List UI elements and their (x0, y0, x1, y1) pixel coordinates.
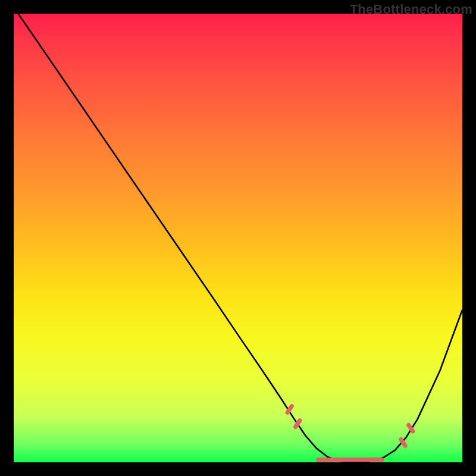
plot-area (14, 14, 462, 462)
watermark-text: TheBottleneck.com (350, 2, 472, 17)
optimal-marker (287, 406, 292, 413)
optimal-marker (409, 425, 413, 431)
bottleneck-curve (18, 14, 462, 462)
chart-svg (14, 14, 462, 462)
optimal-marker (401, 439, 405, 446)
